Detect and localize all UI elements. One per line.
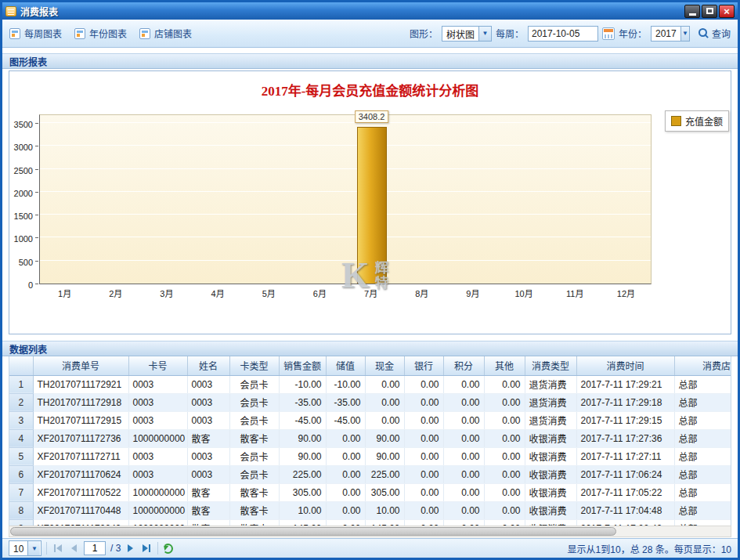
table-row[interactable]: 8XF201707111704481000000000散客散客卡10.000.0… [9, 501, 731, 519]
minimize-button[interactable] [684, 5, 700, 18]
graph-type-select[interactable]: 树状图 ▼ [442, 26, 492, 42]
maximize-button[interactable] [702, 5, 717, 18]
column-header[interactable]: 卡号 [128, 356, 187, 375]
table-row[interactable]: 2TH2017071117291800030003会员卡-35.00-35.00… [9, 393, 731, 411]
x-tick-label: 6月 [313, 287, 327, 299]
chart-legend: 充值金额 [665, 110, 729, 132]
week-input[interactable] [528, 26, 598, 42]
page-input[interactable] [84, 541, 106, 555]
titlebar[interactable]: 消费报表 × [2, 2, 738, 20]
year-select[interactable]: 2017 ▼ [651, 26, 690, 42]
weekly-chart-button[interactable]: 每周图表 [9, 27, 62, 40]
table-cell: 0.00 [484, 465, 525, 483]
table-row[interactable]: 4XF201707111727361000000000散客散客卡90.000.0… [9, 429, 731, 447]
table-cell: -35.00 [279, 393, 326, 411]
column-header[interactable]: 消费时间 [576, 356, 674, 375]
gridline [40, 168, 651, 169]
column-header[interactable]: 卡类型 [229, 356, 279, 375]
y-tick-mark [35, 192, 38, 193]
table-row[interactable]: 7XF201707111705221000000000散客散客卡305.000.… [9, 483, 731, 501]
x-tick-label: 12月 [617, 287, 635, 299]
column-header[interactable]: 积分 [443, 356, 484, 375]
table-cell: 会员卡 [229, 375, 279, 393]
graph-type-value: 树状图 [442, 27, 478, 41]
bar-value-label: 3408.2 [355, 110, 389, 123]
next-page-button[interactable] [125, 543, 135, 554]
column-header[interactable]: 储值 [326, 356, 365, 375]
column-header[interactable]: 银行 [404, 356, 443, 375]
chart-y-axis: 0500100015002000250030003500 [9, 114, 38, 284]
query-button[interactable]: 查询 [698, 27, 731, 40]
prev-page-button[interactable] [69, 543, 79, 554]
column-header[interactable]: 消费类型 [525, 356, 576, 375]
y-tick-label: 0 [9, 280, 33, 290]
table-cell: 0.00 [326, 447, 365, 465]
y-tick-label: 500 [9, 258, 33, 267]
close-button[interactable]: × [719, 5, 735, 18]
table-wrap: 消费单号卡号姓名卡类型销售金额储值现金银行积分其他消费类型消费时间消费店铺 1T… [9, 356, 731, 526]
column-header[interactable]: 消费店铺 [674, 356, 731, 375]
watermark-logo: K [341, 258, 370, 294]
table-cell: 0003 [128, 393, 187, 411]
column-header[interactable]: 消费单号 [33, 356, 128, 375]
table-body: 1TH2017071117292100030003会员卡-10.00-10.00… [9, 375, 731, 526]
table-row[interactable]: 9XF201707111702491000000000散客散客卡145.000.… [9, 519, 731, 526]
table-cell: 0.00 [365, 375, 404, 393]
table-cell: 2017-7-11 17:27:11 [576, 447, 674, 465]
table-row[interactable]: 3TH2017071117291500030003会员卡-45.00-45.00… [9, 411, 731, 429]
table-cell: 10.00 [365, 501, 404, 519]
table-cell: 2017-7-11 17:02:49 [576, 519, 674, 526]
table-cell: 2017-7-11 17:05:22 [576, 483, 674, 501]
column-header[interactable]: 其他 [484, 356, 525, 375]
h-scrollbar[interactable] [9, 526, 731, 537]
table-cell: -45.00 [326, 411, 365, 429]
table-cell: 收银消费 [525, 465, 576, 483]
year-chart-button[interactable]: 年份图表 [74, 27, 127, 40]
page-size-select[interactable]: 10 ▼ [9, 540, 42, 556]
table-cell: 0.00 [404, 447, 443, 465]
table-cell: 225.00 [365, 465, 404, 483]
table-cell: XF20170711170522 [33, 483, 128, 501]
table-cell: 0.00 [404, 501, 443, 519]
column-header[interactable]: 姓名 [187, 356, 229, 375]
table-cell: 0.00 [365, 411, 404, 429]
column-header[interactable]: 销售金额 [279, 356, 326, 375]
chart-section-title: 图形报表 [9, 55, 47, 68]
first-page-button[interactable] [52, 543, 64, 554]
table-cell: 0.00 [484, 501, 525, 519]
column-header[interactable]: 现金 [365, 356, 404, 375]
table-cell: 90.00 [279, 447, 326, 465]
y-tick-label: 2000 [9, 189, 33, 198]
table-row[interactable]: 5XF2017071117271100030003会员卡90.000.0090.… [9, 447, 731, 465]
table-cell: 散客 [187, 501, 229, 519]
table-cell: XF20170711172736 [33, 429, 128, 447]
minimize-icon [689, 13, 696, 16]
toolbar: 每周图表 年份图表 店铺图表 图形： 树状图 ▼ 每周： 年份： 2017 ▼ [2, 20, 738, 48]
table-cell: 总部 [674, 429, 731, 447]
table-cell: 0.00 [443, 375, 484, 393]
table-row[interactable]: 1TH2017071117292100030003会员卡-10.00-10.00… [9, 375, 731, 393]
last-page-icon [143, 544, 148, 552]
table-cell: 散客卡 [229, 483, 279, 501]
store-chart-button[interactable]: 店铺图表 [139, 27, 192, 40]
y-tick-mark [35, 215, 38, 215]
chart-panel: 2017年-每月会员充值金额统计分析图 05001000150020002500… [9, 70, 731, 334]
table-cell: 0.00 [404, 519, 443, 526]
h-scrollbar-thumb[interactable] [10, 527, 616, 536]
table-cell: 145.00 [365, 519, 404, 526]
close-icon: × [724, 5, 730, 17]
table-cell: 总部 [674, 465, 731, 483]
table-cell: -45.00 [279, 411, 326, 429]
last-page-button[interactable] [140, 543, 153, 554]
weekly-chart-label: 每周图表 [24, 27, 62, 40]
table-cell: 收银消费 [525, 447, 576, 465]
table-cell: 0003 [187, 465, 229, 483]
table-cell: 散客 [187, 519, 229, 526]
x-tick-label: 4月 [211, 287, 225, 299]
table-row[interactable]: 6XF2017071117062400030003会员卡225.000.0022… [9, 465, 731, 483]
table-cell: 0.00 [443, 411, 484, 429]
x-tick-label: 9月 [466, 287, 479, 299]
calendar-icon[interactable] [602, 27, 615, 40]
refresh-button[interactable] [163, 544, 173, 554]
table-cell: 总部 [674, 519, 731, 526]
